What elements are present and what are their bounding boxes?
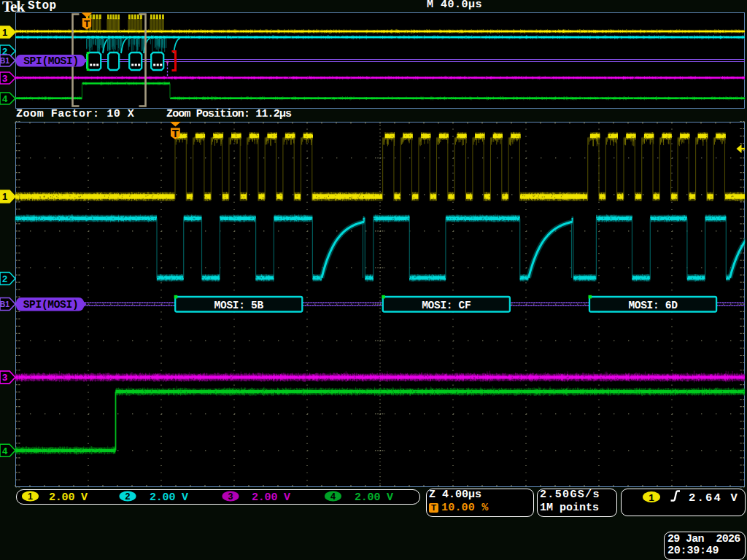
svg-text:2.00 V: 2.00 V [355,491,393,504]
svg-text:T: T [172,127,179,139]
svg-text:4: 4 [330,491,336,502]
svg-text:3: 3 [228,491,233,502]
svg-text:MOSI: 5B: MOSI: 5B [214,300,264,311]
svg-text:2.64 V: 2.64 V [689,491,739,505]
svg-text:SPI(MOSI): SPI(MOSI) [23,299,79,311]
svg-text:B1: B1 [0,300,9,308]
svg-text:2: 2 [2,273,7,284]
svg-text:MOSI: 6D: MOSI: 6D [628,300,678,311]
svg-text:2.00 V: 2.00 V [49,491,88,504]
svg-text:2.00 V: 2.00 V [150,491,188,504]
svg-text:2: 2 [125,491,131,502]
svg-text:4: 4 [2,446,8,456]
svg-text:3: 3 [2,372,7,383]
svg-text:1: 1 [2,191,7,202]
svg-text:2.00 V: 2.00 V [252,491,290,504]
svg-text:1: 1 [649,492,654,503]
svg-text:1: 1 [28,491,33,502]
svg-text:MOSI: CF: MOSI: CF [422,300,471,311]
